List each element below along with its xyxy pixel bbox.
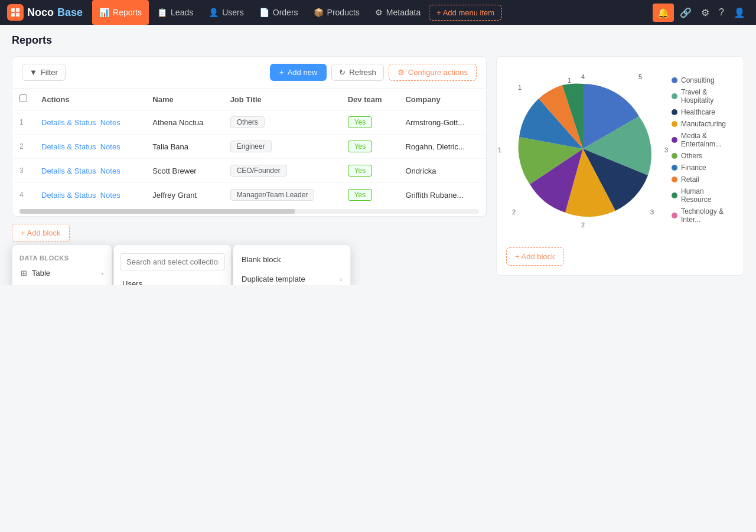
pie-label-3a: 3 — [664, 146, 668, 154]
legend-label-media: Media & Entertainm... — [681, 132, 734, 148]
pie-label-1c: 1 — [568, 77, 571, 84]
template-item-blank[interactable]: Blank block — [233, 250, 350, 269]
menu-item-form[interactable]: ✏ Form › — [12, 282, 112, 285]
configure-label: Configure actions — [408, 68, 468, 77]
pie-label-4: 4 — [581, 73, 585, 80]
legend-dot-travel — [672, 93, 677, 99]
page-content: Reports ▼ Filter + Add new ↻ Refre — [0, 25, 756, 285]
leads-icon: 📋 — [157, 8, 167, 17]
row-devteam-2: Yes — [341, 135, 399, 159]
page-title: Reports — [12, 34, 744, 47]
chart-add-block-area: + Add block — [506, 240, 734, 266]
col-header-devteam: Dev team — [341, 89, 399, 110]
legend-item-others: Others — [672, 152, 734, 160]
nav-item-leads[interactable]: 📋 Leads — [150, 0, 200, 25]
table-scroll[interactable]: Actions Name Job Title Dev team Company … — [12, 89, 486, 207]
blank-block-label: Blank block — [242, 255, 281, 264]
nav-item-users[interactable]: 👤 Users — [201, 0, 251, 25]
row-jobtitle-3: CEO/Founder — [223, 159, 341, 183]
details-status-link-1[interactable]: Details & Status — [41, 118, 96, 127]
notes-link-4[interactable]: Notes — [100, 191, 120, 200]
row-actions-3: Details & Status Notes — [34, 159, 145, 183]
row-name-2: Talia Bana — [145, 135, 223, 159]
row-jobtitle-4: Manager/Team Leader — [223, 183, 341, 207]
nav-label-metadata: Metadata — [386, 8, 421, 17]
col-header-jobtitle: Job Title — [223, 89, 341, 110]
legend-item-consulting: Consulting — [672, 76, 734, 84]
navbar-right: 🔔 🔗 ⚙ ? 👤 — [653, 4, 749, 22]
collection-menu: Users Roles Lead › Company › — [113, 244, 232, 285]
chart-block: 4 5 3 3 2 2 1 1 1 Consulting — [496, 56, 744, 276]
collection-search — [114, 250, 231, 274]
col-header-company: Company — [398, 89, 486, 110]
user-icon[interactable]: 👤 — [730, 4, 749, 22]
block-toolbar: ▼ Filter + Add new ↻ Refresh ⚙ Configure… — [12, 57, 486, 89]
link-icon[interactable]: 🔗 — [676, 4, 695, 22]
details-status-link-3[interactable]: Details & Status — [41, 167, 96, 175]
configure-actions-button[interactable]: ⚙ Configure actions — [389, 64, 477, 81]
notes-link-2[interactable]: Notes — [100, 142, 120, 151]
svg-rect-2 — [11, 13, 15, 17]
select-all-checkbox[interactable] — [19, 94, 27, 102]
row-num-3: 3 — [12, 159, 34, 183]
details-status-link-4[interactable]: Details & Status — [41, 191, 96, 200]
add-block-button[interactable]: + Add block — [12, 224, 70, 242]
brand-noco: Noco — [27, 6, 54, 19]
legend-item-retail: Retail — [672, 175, 734, 184]
nav-item-metadata[interactable]: ⚙ Metadata — [368, 0, 428, 25]
notes-link-3[interactable]: Notes — [100, 167, 120, 175]
legend-label-others: Others — [681, 152, 702, 160]
row-company-1: Armstrong-Gott... — [398, 110, 486, 135]
scroll-thumb — [19, 209, 295, 214]
legend-label-hr: Human Resource — [681, 187, 734, 204]
settings-icon[interactable]: ⚙ — [698, 4, 713, 22]
refresh-button[interactable]: ↻ Refresh — [331, 64, 384, 81]
notification-icon[interactable]: 🔔 — [653, 4, 674, 22]
pie-label-3b: 3 — [650, 208, 654, 216]
svg-rect-1 — [16, 8, 19, 12]
chart-add-block-button[interactable]: + Add block — [506, 247, 564, 266]
legend-dot-retail — [672, 177, 677, 182]
legend-item-tech: Technology & Inter... — [672, 207, 734, 224]
legend-item-hr: Human Resource — [672, 187, 734, 204]
brand-logo — [7, 4, 24, 21]
legend-dot-media — [672, 137, 677, 143]
legend-dot-healthcare — [672, 109, 677, 115]
table-row: 2 Details & Status Notes Talia Bana Engi… — [12, 135, 486, 159]
chart-area: 4 5 3 3 2 2 1 1 1 Consulting — [506, 66, 734, 233]
help-icon[interactable]: ? — [715, 4, 728, 21]
nav-item-reports[interactable]: 📊 Reports — [92, 0, 149, 25]
legend-dot-others — [672, 153, 677, 159]
add-menu-item-button[interactable]: + Add menu item — [429, 5, 502, 21]
menu-item-table-label: Table — [32, 269, 50, 278]
filter-button[interactable]: ▼ Filter — [22, 64, 66, 81]
collection-search-input[interactable] — [120, 253, 225, 270]
refresh-icon: ↻ — [339, 68, 346, 77]
pie-chart-svg — [506, 72, 660, 226]
pie-label-5: 5 — [638, 73, 642, 80]
row-name-3: Scott Brewer — [145, 159, 223, 183]
collection-item-users[interactable]: Users — [114, 274, 231, 285]
nav-item-products[interactable]: 📦 Products — [307, 0, 367, 25]
legend-item-media: Media & Entertainm... — [672, 132, 734, 148]
configure-icon: ⚙ — [397, 68, 405, 77]
table-scrollbar[interactable] — [19, 209, 479, 214]
template-item-duplicate[interactable]: Duplicate template › — [233, 269, 350, 285]
template-menu: Blank block Duplicate template › Referen… — [233, 244, 351, 285]
row-company-4: Griffith Rubane... — [398, 183, 486, 207]
add-new-button[interactable]: + Add new — [270, 64, 327, 81]
pie-label-1a: 1 — [498, 146, 501, 154]
legend-item-healthcare: Healthcare — [672, 108, 734, 116]
nav-item-orders[interactable]: 📄 Orders — [252, 0, 305, 25]
data-table: Actions Name Job Title Dev team Company … — [12, 89, 486, 207]
data-blocks-section-label: Data blocks — [12, 250, 112, 264]
right-panel: 4 5 3 3 2 2 1 1 1 Consulting — [496, 56, 744, 276]
row-num-2: 2 — [12, 135, 34, 159]
table-row: 3 Details & Status Notes Scott Brewer CE… — [12, 159, 486, 183]
menu-item-table[interactable]: ⊞ Table › — [12, 264, 112, 282]
legend-label-healthcare: Healthcare — [681, 108, 715, 116]
nav-label-orders: Orders — [273, 8, 298, 17]
details-status-link-2[interactable]: Details & Status — [41, 142, 96, 151]
notes-link-1[interactable]: Notes — [100, 118, 120, 127]
table-row: 1 Details & Status Notes Athena Noctua O… — [12, 110, 486, 135]
